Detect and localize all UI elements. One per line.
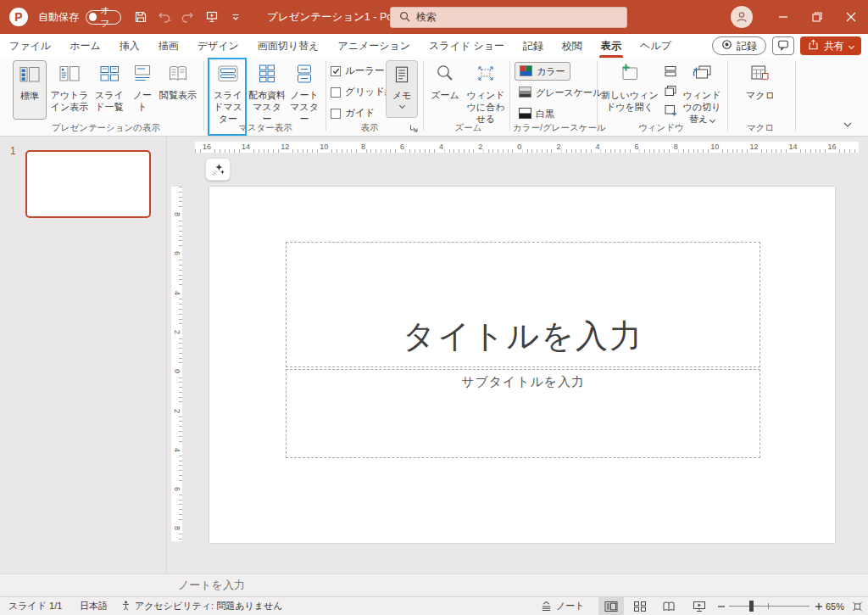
powerpoint-logo-icon[interactable]: P <box>9 8 28 26</box>
notes-master-icon <box>293 63 315 87</box>
powerpoint-window: P 自動保存 オフ プレゼンテーション1 - Power… <box>0 0 868 615</box>
account-avatar[interactable] <box>731 6 753 28</box>
group-separator <box>509 61 510 131</box>
slide-sorter-button[interactable]: スライド一覧 <box>92 60 127 120</box>
tab-draw[interactable]: 描画 <box>149 34 188 58</box>
tab-record[interactable]: 記録 <box>514 34 553 58</box>
grayscale-button[interactable]: グレースケール <box>515 83 606 102</box>
ruler-checkbox[interactable]: ルーラー <box>331 64 385 77</box>
tab-view[interactable]: 表示 <box>592 34 631 58</box>
tab-insert[interactable]: 挿入 <box>110 34 149 58</box>
designer-sparkle-button[interactable] <box>205 158 231 181</box>
tab-review[interactable]: 校閲 <box>553 34 592 58</box>
zoom-slider-notch <box>768 603 769 609</box>
outline-view-button[interactable]: アウトライン表示 <box>49 60 90 120</box>
undo-icon[interactable] <box>153 6 175 28</box>
slide-master-label: スライドマスター <box>210 90 246 125</box>
show-dialog-launcher-icon[interactable] <box>408 122 419 133</box>
color-label: カラー <box>537 65 565 78</box>
group-separator <box>795 61 796 131</box>
tab-transitions[interactable]: 画面切り替え <box>248 34 329 58</box>
notes-master-button[interactable]: ノートマスター <box>287 60 322 120</box>
gridlines-checkbox-box <box>331 87 341 98</box>
notes-toggle-icon <box>540 600 553 613</box>
grayscale-icon <box>519 87 531 99</box>
notes-page-button[interactable]: ノート <box>129 60 156 120</box>
fit-to-window-button[interactable]: ウィンドウに合わせる <box>464 60 508 120</box>
statusbar-normal-view-button[interactable] <box>598 597 624 615</box>
guides-checkbox-box <box>331 109 341 119</box>
comments-button[interactable] <box>772 36 794 55</box>
tab-home[interactable]: ホーム <box>60 34 110 58</box>
slide-sorter-label: スライド一覧 <box>92 90 127 114</box>
slide-indicator[interactable]: スライド 1/1 <box>5 597 65 615</box>
share-button[interactable]: 共有 <box>800 36 861 55</box>
search-box[interactable]: 検索 <box>390 7 627 28</box>
save-icon[interactable] <box>130 6 152 28</box>
statusbar-slideshow-button[interactable] <box>687 597 712 615</box>
share-dropdown-icon <box>849 42 854 48</box>
tab-animations[interactable]: アニメーション <box>328 34 420 58</box>
handout-master-label: 配布資料マスター <box>248 90 286 125</box>
zoom-slider-thumb[interactable] <box>749 601 754 612</box>
tab-slideshow[interactable]: スライド ショー <box>420 34 514 58</box>
slide-master-button[interactable]: スライドマスター <box>210 60 246 120</box>
collapse-ribbon-icon[interactable] <box>843 119 853 131</box>
macro-icon <box>749 63 771 87</box>
slide-thumbnail[interactable] <box>25 150 151 218</box>
share-label: 共有 <box>824 39 844 53</box>
start-slideshow-icon[interactable] <box>201 6 223 28</box>
black-white-label: 白黒 <box>536 108 554 120</box>
notes-pane[interactable]: ノートを入力 <box>0 573 868 596</box>
zoom-slider-track[interactable] <box>729 606 810 607</box>
autosave-state: オフ <box>100 4 118 30</box>
record-button[interactable]: 記録 <box>712 36 766 55</box>
titlebar-right <box>731 0 868 34</box>
notes-toggle-button[interactable]: ノート <box>537 597 588 615</box>
slide-canvas[interactable]: タイトルを入力 サブタイトルを入力 <box>209 187 835 543</box>
redo-icon[interactable] <box>177 6 199 28</box>
switch-windows-button[interactable]: ウィンドウの切り替え <box>680 60 724 120</box>
color-button[interactable]: カラー <box>515 62 570 81</box>
notes-page-label: ノート <box>129 90 156 114</box>
minimize-button[interactable] <box>766 0 800 34</box>
customize-qat-icon[interactable] <box>225 6 247 28</box>
zoom-level[interactable]: 65% <box>822 597 848 615</box>
quick-access-toolbar <box>130 6 247 28</box>
group-label-color-grayscale: カラー/グレースケール <box>513 122 594 134</box>
comment-icon <box>777 39 789 53</box>
black-white-button[interactable]: 白黒 <box>515 104 559 123</box>
macro-button[interactable]: マクロ <box>741 60 780 120</box>
close-button[interactable] <box>834 0 868 34</box>
normal-view-button[interactable]: 標準 <box>13 60 47 120</box>
title-placeholder[interactable]: タイトルを入力 <box>286 242 760 367</box>
guides-checkbox[interactable]: ガイド <box>331 107 375 120</box>
accessibility-icon <box>120 600 131 613</box>
memo-button[interactable]: メモ <box>386 60 418 118</box>
fit-slide-to-window-button[interactable] <box>848 597 867 615</box>
tab-file[interactable]: ファイル <box>0 34 60 58</box>
guides-checkbox-label: ガイド <box>345 107 375 120</box>
tab-design[interactable]: デザイン <box>188 34 248 58</box>
move-split-icon[interactable] <box>662 102 679 118</box>
handout-master-button[interactable]: 配布資料マスター <box>248 60 286 120</box>
macro-label: マクロ <box>746 90 775 102</box>
accessibility-indicator[interactable]: アクセシビリティ: 問題ありません <box>117 597 286 615</box>
zoom-out-button[interactable] <box>714 597 729 615</box>
reading-view-button[interactable]: 閲覧表示 <box>158 60 198 120</box>
language-indicator[interactable]: 日本語 <box>76 597 111 615</box>
statusbar-reading-view-button[interactable] <box>656 597 682 615</box>
autosave-toggle[interactable]: オフ <box>86 10 121 25</box>
restore-button[interactable] <box>800 0 834 34</box>
normal-view-icon <box>19 64 41 88</box>
zoom-button[interactable]: ズーム <box>428 60 462 120</box>
new-window-button[interactable]: 新しいウィンドウを開く <box>601 60 659 120</box>
slide-thumbnail-number: 1 <box>10 145 16 157</box>
tab-help[interactable]: ヘルプ <box>631 34 681 58</box>
arrange-all-icon[interactable] <box>662 63 679 79</box>
cascade-windows-icon[interactable] <box>662 82 679 98</box>
notes-page-icon <box>131 63 153 87</box>
subtitle-placeholder[interactable]: サブタイトルを入力 <box>286 369 760 458</box>
autosave-label: 自動保存 <box>38 10 79 25</box>
statusbar-slide-sorter-button[interactable] <box>627 597 653 615</box>
